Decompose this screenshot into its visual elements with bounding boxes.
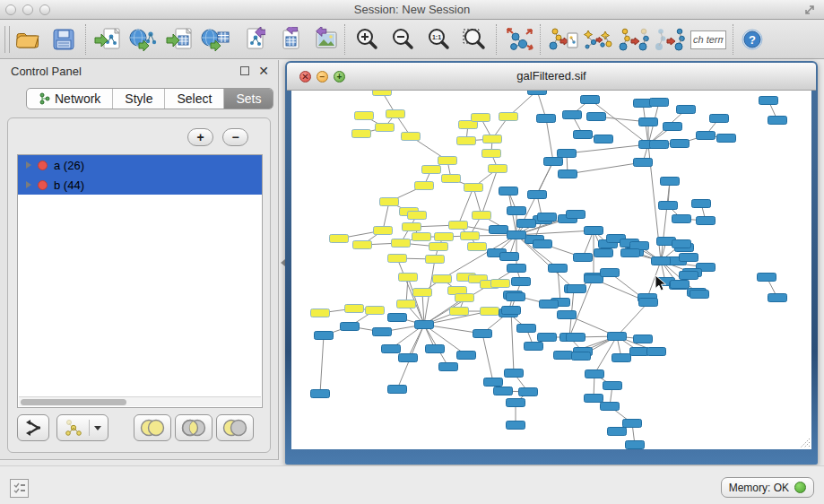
help-icon[interactable]: ?	[737, 22, 768, 56]
graph-node-blue[interactable]	[567, 334, 585, 342]
union-sets-button[interactable]	[134, 414, 171, 441]
graph-node-blue[interactable]	[549, 265, 568, 273]
graph-node-blue[interactable]	[538, 334, 557, 342]
graph-node-blue[interactable]	[647, 348, 666, 356]
graph-node-blue[interactable]	[507, 265, 526, 273]
graph-node-blue[interactable]	[382, 345, 401, 353]
graph-node-blue[interactable]	[608, 333, 627, 341]
network-graph[interactable]	[291, 91, 811, 449]
graph-node-blue[interactable]	[717, 135, 736, 143]
graph-node-blue[interactable]	[650, 141, 669, 149]
open-file-icon[interactable]	[10, 22, 46, 56]
graph-node-blue[interactable]	[439, 363, 458, 371]
graph-node-blue[interactable]	[490, 226, 508, 234]
graph-node-blue[interactable]	[572, 352, 591, 361]
graph-node-blue[interactable]	[494, 387, 513, 395]
network-frame-titlebar[interactable]: ✕ − + galFiltered.sif	[287, 63, 816, 91]
zoom-fit-icon[interactable]: 1:1	[421, 22, 456, 56]
graph-node-yellow[interactable]	[426, 256, 445, 264]
graph-node-yellow[interactable]	[415, 182, 434, 190]
graph-node-yellow[interactable]	[380, 198, 399, 206]
apply-layout-icon[interactable]	[500, 22, 536, 56]
graph-node-blue[interactable]	[500, 253, 519, 261]
zoom-selected-icon[interactable]	[456, 22, 492, 56]
graph-node-yellow[interactable]	[408, 212, 427, 220]
graph-node-blue[interactable]	[585, 227, 603, 235]
graph-node-blue[interactable]	[533, 240, 552, 248]
graph-node-blue[interactable]	[574, 254, 593, 262]
memory-status-button[interactable]: Memory: OK	[721, 477, 814, 498]
new-network-from-selection-icon[interactable]	[544, 22, 580, 56]
graph-node-blue[interactable]	[528, 191, 547, 199]
graph-node-blue[interactable]	[634, 335, 653, 343]
graph-node-blue[interactable]	[639, 299, 658, 307]
tab-sets[interactable]: Sets	[224, 89, 273, 109]
expander-icon[interactable]	[26, 161, 31, 169]
graph-node-blue[interactable]	[634, 159, 653, 167]
graph-node-blue[interactable]	[512, 278, 531, 286]
task-history-icon[interactable]	[10, 479, 29, 498]
graph-node-yellow[interactable]	[352, 130, 371, 138]
graph-node-blue[interactable]	[594, 135, 613, 143]
scrollbar-thumb[interactable]	[21, 399, 126, 405]
close-panel-icon[interactable]: ✕	[258, 64, 269, 78]
graph-node-blue[interactable]	[558, 311, 577, 319]
graph-node-yellow[interactable]	[464, 184, 483, 192]
graph-node-blue[interactable]	[585, 370, 604, 378]
graph-node-yellow[interactable]	[455, 294, 474, 302]
graph-node-blue[interactable]	[554, 352, 573, 360]
graph-node-blue[interactable]	[507, 293, 525, 301]
graph-node-blue[interactable]	[659, 202, 678, 210]
export-network-icon[interactable]	[233, 22, 269, 56]
graph-node-blue[interactable]	[568, 285, 586, 293]
graph-node-blue[interactable]	[585, 395, 603, 403]
search-input[interactable]	[690, 30, 726, 49]
graph-node-yellow[interactable]	[386, 110, 405, 118]
tab-network[interactable]: Network	[27, 89, 113, 109]
remove-set-button[interactable]: −	[222, 128, 248, 146]
graph-node-yellow[interactable]	[491, 280, 510, 288]
graph-node-blue[interactable]	[672, 240, 691, 248]
graph-node-yellow[interactable]	[472, 114, 490, 122]
graph-node-yellow[interactable]	[473, 212, 491, 220]
graph-node-blue[interactable]	[559, 170, 577, 178]
graph-node-yellow[interactable]	[355, 112, 374, 120]
save-session-icon[interactable]	[46, 22, 82, 56]
graph-node-blue[interactable]	[415, 321, 434, 329]
graph-node-blue[interactable]	[563, 111, 582, 119]
graph-node-blue[interactable]	[603, 382, 622, 390]
graph-node-blue[interactable]	[388, 314, 407, 322]
graph-node-yellow[interactable]	[438, 157, 457, 165]
graph-node-yellow[interactable]	[373, 91, 392, 96]
graph-node-yellow[interactable]	[450, 308, 469, 316]
graph-node-blue[interactable]	[758, 274, 776, 282]
graph-node-yellow[interactable]	[374, 227, 393, 235]
graph-node-yellow[interactable]	[457, 137, 476, 145]
graph-node-blue[interactable]	[661, 178, 680, 186]
graph-node-yellow[interactable]	[402, 133, 421, 141]
graph-node-blue[interactable]	[671, 140, 690, 148]
graph-node-blue[interactable]	[680, 272, 698, 280]
import-network-web-icon[interactable]	[126, 22, 161, 56]
graph-node-blue[interactable]	[457, 352, 476, 360]
chevron-down-icon[interactable]	[94, 426, 101, 430]
graph-node-blue[interactable]	[581, 96, 600, 104]
export-image-icon[interactable]	[305, 22, 341, 56]
graph-node-blue[interactable]	[507, 399, 525, 407]
graph-node-yellow[interactable]	[353, 241, 372, 249]
graph-node-yellow[interactable]	[399, 274, 418, 282]
graph-node-blue[interactable]	[341, 323, 360, 331]
import-network-file-icon[interactable]	[90, 22, 126, 56]
graph-node-yellow[interactable]	[468, 243, 487, 251]
export-table-icon[interactable]	[269, 22, 305, 56]
graph-node-blue[interactable]	[612, 354, 631, 362]
network-canvas[interactable]	[291, 91, 811, 449]
horizontal-scrollbar[interactable]	[19, 396, 261, 406]
float-panel-icon[interactable]	[240, 66, 249, 75]
graph-node-yellow[interactable]	[397, 300, 416, 308]
graph-node-blue[interactable]	[473, 330, 492, 338]
graph-node-yellow[interactable]	[433, 275, 452, 283]
graph-node-yellow[interactable]	[413, 289, 432, 297]
graph-node-blue[interactable]	[601, 269, 620, 277]
graph-node-blue[interactable]	[399, 354, 418, 362]
